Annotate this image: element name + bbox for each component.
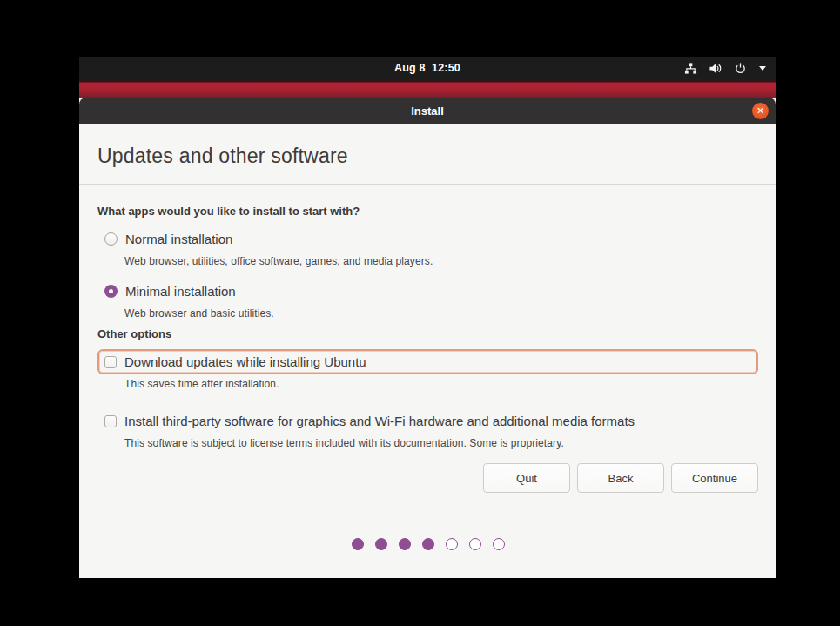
checkbox-description: This saves time after installation. (124, 378, 758, 390)
close-button[interactable]: ✕ (752, 103, 769, 119)
page-title: Updates and other software (97, 145, 776, 168)
status-icon-tray[interactable] (684, 57, 767, 79)
checkbox-download-updates[interactable] (104, 356, 117, 368)
radio-row-normal-installation[interactable]: Normal installation (97, 226, 758, 252)
quit-button[interactable]: Quit (483, 463, 570, 493)
progress-dot (375, 538, 387, 550)
progress-dot (352, 538, 364, 550)
continue-button[interactable]: Continue (671, 463, 758, 493)
checkbox-row-third-party[interactable]: Install third-party software for graphic… (97, 408, 758, 434)
progress-dots (97, 538, 758, 550)
navigation-buttons: Quit Back Continue (97, 463, 758, 493)
progress-dot (469, 538, 481, 550)
checkbox-row-download-updates[interactable]: Download updates while installing Ubuntu (97, 349, 758, 374)
checkbox-third-party[interactable] (104, 415, 117, 427)
gnome-top-bar: Aug 8 12:50 (79, 57, 776, 79)
checkbox-label[interactable]: Install third-party software for graphic… (124, 414, 635, 428)
power-icon (734, 62, 747, 75)
checkbox-label[interactable]: Download updates while installing Ubuntu (124, 354, 366, 369)
checkbox-description: This software is subject to license term… (124, 437, 758, 449)
radio-label[interactable]: Normal installation (125, 232, 232, 246)
chevron-down-icon (758, 64, 767, 71)
window-title: Install (411, 104, 444, 118)
progress-dot (422, 538, 434, 550)
installer-content: Updates and other software What apps wou… (79, 124, 776, 578)
volume-icon (709, 62, 722, 75)
installer-body: What apps would you like to install to s… (79, 185, 776, 550)
desktop-screen: Aug 8 12:50 (79, 57, 776, 578)
clock[interactable]: Aug 8 12:50 (394, 62, 460, 74)
apps-question: What apps would you like to install to s… (97, 205, 758, 218)
desktop-wallpaper (79, 79, 776, 98)
radio-row-minimal-installation[interactable]: Minimal installation (97, 279, 758, 304)
radio-minimal-installation[interactable] (104, 285, 118, 298)
close-icon: ✕ (756, 106, 764, 116)
radio-description: Web browser, utilities, office software,… (124, 255, 758, 267)
other-options-heading: Other options (97, 327, 758, 340)
back-button[interactable]: Back (577, 463, 664, 493)
progress-dot (493, 538, 505, 550)
page-header: Updates and other software (79, 124, 776, 185)
progress-dot (399, 538, 411, 550)
window-titlebar[interactable]: Install ✕ (79, 98, 776, 124)
progress-dot (446, 538, 458, 550)
radio-normal-installation[interactable] (104, 232, 118, 246)
network-icon (684, 62, 697, 75)
radio-description: Web browser and basic utilities. (124, 307, 758, 320)
radio-label[interactable]: Minimal installation (125, 284, 236, 299)
